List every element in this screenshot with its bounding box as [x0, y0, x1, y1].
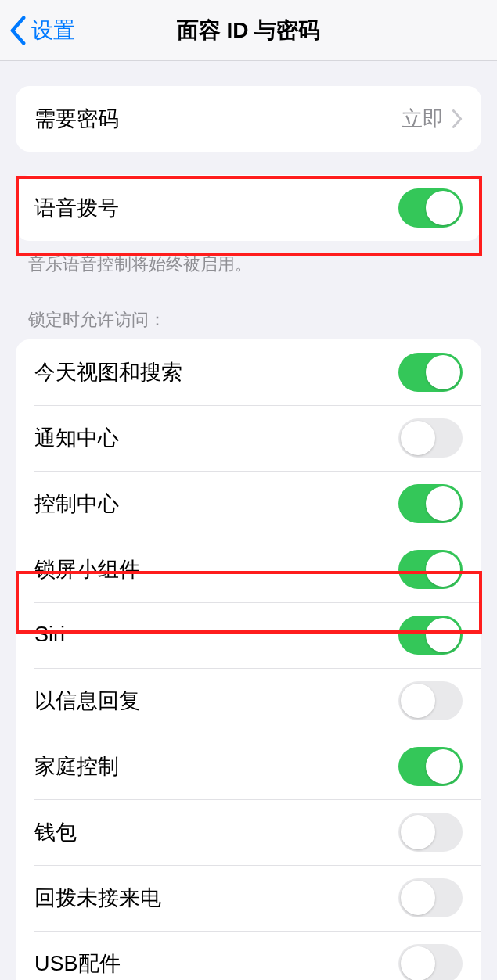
row-label: 控制中心: [34, 490, 398, 518]
row-label: 通知中心: [34, 424, 398, 452]
row-lock-access: Siri: [16, 602, 481, 668]
toggle-lock-access[interactable]: [398, 484, 463, 523]
toggle-lock-access[interactable]: [398, 944, 463, 980]
row-lock-access: 今天视图和搜索: [16, 339, 481, 405]
row-label: 需要密码: [34, 105, 402, 133]
voice-dial-footnote: 音乐语音控制将始终被启用。: [28, 252, 469, 277]
toggle-lock-access[interactable]: [398, 747, 463, 786]
group-voice-dial: 语音拨号: [16, 175, 481, 241]
row-label: 今天视图和搜索: [34, 358, 398, 386]
row-label: USB配件: [34, 949, 398, 978]
toggle-lock-access[interactable]: [398, 813, 463, 852]
row-lock-access: 回拨未接来电: [16, 865, 481, 931]
row-label: 钱包: [34, 818, 398, 846]
group-lock-access: 今天视图和搜索通知中心控制中心锁屏小组件Siri以信息回复家庭控制钱包回拨未接来…: [16, 339, 481, 980]
row-lock-access: 通知中心: [16, 405, 481, 471]
group-passcode: 需要密码 立即: [16, 86, 481, 152]
back-button[interactable]: 设置: [9, 16, 75, 45]
row-label: 回拨未接来电: [34, 884, 398, 912]
chevron-right-icon: [452, 109, 463, 128]
row-require-passcode[interactable]: 需要密码 立即: [16, 86, 481, 152]
toggle-lock-access[interactable]: [398, 878, 463, 917]
row-lock-access: 锁屏小组件: [16, 537, 481, 602]
toggle-lock-access[interactable]: [398, 353, 463, 392]
lock-access-header: 锁定时允许访问：: [28, 308, 469, 332]
chevron-left-icon: [9, 16, 27, 45]
toggle-lock-access[interactable]: [398, 550, 463, 589]
toggle-lock-access[interactable]: [398, 616, 463, 655]
row-label: 家庭控制: [34, 752, 398, 781]
row-label: Siri: [34, 623, 398, 647]
row-lock-access: 以信息回复: [16, 668, 481, 734]
row-label: 以信息回复: [34, 687, 398, 715]
nav-bar: 设置 面容 ID 与密码: [0, 0, 497, 61]
row-label: 锁屏小组件: [34, 555, 398, 583]
row-lock-access: 家庭控制: [16, 734, 481, 799]
toggle-lock-access[interactable]: [398, 418, 463, 458]
row-voice-dial: 语音拨号: [16, 175, 481, 241]
toggle-voice-dial[interactable]: [398, 188, 463, 228]
row-lock-access: USB配件: [16, 931, 481, 980]
row-label: 语音拨号: [34, 194, 398, 222]
back-label: 设置: [31, 16, 75, 45]
row-lock-access: 钱包: [16, 799, 481, 865]
row-lock-access: 控制中心: [16, 471, 481, 537]
content: 需要密码 立即 语音拨号 音乐语音控制将始终被启用。 锁定时允许访问： 今天视图…: [0, 86, 497, 980]
toggle-lock-access[interactable]: [398, 681, 463, 720]
row-value: 立即: [402, 105, 444, 133]
